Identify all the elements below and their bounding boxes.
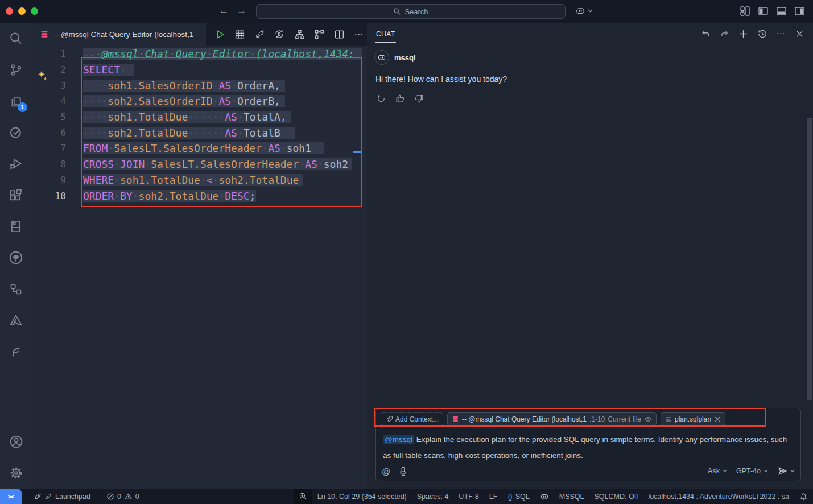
- window-controls: [6, 7, 38, 15]
- context-file-range: :1-10: [589, 415, 605, 423]
- code-lines: 1--·@mssql·Chat·Query·Editor·(localhost,…: [32, 46, 362, 204]
- sidebar-item-settings[interactable]: [0, 457, 32, 489]
- tab-chat[interactable]: CHAT: [375, 25, 396, 43]
- problems-button[interactable]: 0 0: [101, 489, 145, 504]
- sidebar-item-explorer[interactable]: 1: [0, 85, 32, 117]
- add-context-label: Add Context...: [395, 415, 439, 423]
- eye-icon[interactable]: [644, 415, 652, 423]
- command-center-search[interactable]: Search: [256, 4, 566, 19]
- thumbs-down-button[interactable]: [413, 93, 424, 104]
- add-context-button[interactable]: Add Context...: [381, 412, 443, 425]
- code-text: SELECT·: [83, 64, 134, 76]
- toggle-panel-icon[interactable]: [776, 6, 787, 16]
- sidebar-item-extensions[interactable]: [0, 179, 32, 210]
- chat-more-button[interactable]: ⋯: [775, 28, 786, 39]
- sidebar-item-azure[interactable]: [0, 304, 32, 336]
- error-count: 0: [117, 493, 121, 501]
- line-number: 1: [32, 48, 66, 59]
- mode-label: Ask: [708, 467, 720, 475]
- thumbs-up-button[interactable]: [394, 93, 406, 104]
- warning-count: 0: [135, 493, 139, 501]
- customize-layout-icon[interactable]: [740, 6, 750, 16]
- estimated-plan-button[interactable]: [291, 26, 307, 42]
- gear-icon: [9, 465, 24, 481]
- context-plan-pill[interactable]: plan.sqlplan: [661, 412, 725, 425]
- zoom-in-icon: [299, 492, 307, 501]
- thumbs-up-icon: [395, 94, 405, 104]
- copilot-avatar: [374, 50, 389, 65]
- disconnect-button[interactable]: [251, 26, 267, 42]
- mssql-status[interactable]: MSSQL: [554, 489, 589, 504]
- mode-dropdown[interactable]: Ask: [708, 467, 727, 475]
- cursor-position[interactable]: Ln 10, Col 29 (354 selected): [312, 489, 412, 504]
- sidebar-item-notebook[interactable]: [0, 210, 32, 242]
- sidebar-item-search[interactable]: [0, 23, 32, 54]
- toggle-sidebar-icon[interactable]: [758, 6, 769, 16]
- list-file-icon: [665, 416, 672, 423]
- eol-sequence[interactable]: LF: [484, 489, 503, 504]
- code-line: 4····soh2.SalesOrderID·AS·OrderB,: [32, 93, 362, 109]
- send-button[interactable]: [777, 466, 795, 476]
- line-number: 8: [32, 159, 66, 170]
- microphone-icon[interactable]: [399, 466, 407, 476]
- sqlcmd-toggle-button[interactable]: [311, 26, 327, 42]
- remote-indicator[interactable]: ><: [0, 489, 22, 504]
- code-text: ····soh2.SalesOrderID·AS·OrderB,: [83, 95, 285, 107]
- search-icon: [9, 31, 23, 46]
- context-file-pill[interactable]: -- @mssql Chat Query Editor (localhost,1…: [447, 412, 657, 425]
- connection-status[interactable]: localhost,1434 : AdventureWorksLT2022 : …: [643, 489, 794, 504]
- sidebar-item-fabric[interactable]: [0, 336, 32, 367]
- code-editor[interactable]: 1--·@mssql·Chat·Query·Editor·(localhost,…: [32, 46, 362, 489]
- sidebar-item-task-check[interactable]: [0, 117, 32, 148]
- sidebar-item-source-control[interactable]: [0, 54, 32, 85]
- copilot-status[interactable]: [535, 489, 554, 504]
- redo-arrow-button[interactable]: [719, 28, 730, 39]
- sidebar-item-containers[interactable]: [0, 273, 32, 304]
- copilot-sparkle-icon[interactable]: [36, 70, 49, 82]
- change-connection-button[interactable]: [271, 26, 287, 42]
- chat-scrollbar[interactable]: [807, 118, 812, 400]
- maximize-window-button[interactable]: [31, 7, 38, 15]
- split-editor-button[interactable]: [331, 26, 347, 42]
- sidebar-item-account[interactable]: [0, 426, 32, 457]
- zoom-indicator[interactable]: [294, 489, 312, 504]
- chat-history-button[interactable]: [756, 28, 767, 39]
- regenerate-button[interactable]: [375, 93, 387, 104]
- remove-context-icon[interactable]: [714, 416, 721, 423]
- mention-button[interactable]: @: [382, 466, 390, 476]
- sqlcmd-status[interactable]: SQLCMD: Off: [589, 489, 643, 504]
- encoding[interactable]: UTF-8: [453, 489, 484, 504]
- copilot-menu-button[interactable]: [575, 6, 593, 16]
- error-icon: [106, 493, 114, 501]
- sidebar-item-run-debug[interactable]: [0, 148, 32, 179]
- paperclip-icon: [385, 415, 393, 423]
- chat-close-button[interactable]: [794, 28, 805, 39]
- results-grid-button[interactable]: [232, 26, 247, 42]
- undo-chat-button[interactable]: [700, 28, 711, 39]
- chat-prompt-input[interactable]: @mssql Explain the execution plan for th…: [376, 425, 800, 464]
- line-number: 9: [32, 175, 66, 185]
- run-query-button[interactable]: [212, 26, 228, 42]
- model-dropdown[interactable]: GPT-4o: [736, 467, 768, 475]
- more-actions-button[interactable]: ⋯: [351, 26, 367, 42]
- new-chat-button[interactable]: [737, 28, 749, 39]
- toggle-secondary-sidebar-icon[interactable]: [794, 6, 805, 16]
- chat-input-box[interactable]: Add Context... -- @mssql Chat Query Edit…: [375, 408, 801, 481]
- navigate-back-button[interactable]: ←: [219, 5, 229, 16]
- code-text: FROM·SalesLT.SalesOrderHeader·AS·soh1: [83, 142, 324, 154]
- context-plan-label: plan.sqlplan: [675, 415, 711, 423]
- indentation[interactable]: Spaces: 4: [412, 489, 454, 504]
- sidebar-item-github[interactable]: [0, 242, 32, 273]
- line-number: 6: [32, 127, 66, 138]
- chat-message: mssql Hi there! How can I assist you tod…: [374, 50, 799, 104]
- editor-tab[interactable]: -- @mssql Chat Query Editor (localhost,1: [32, 23, 206, 46]
- launchpad-button[interactable]: Launchpad: [28, 489, 96, 504]
- minimize-window-button[interactable]: [18, 7, 26, 15]
- navigate-forward-button[interactable]: →: [237, 5, 246, 16]
- close-window-button[interactable]: [6, 7, 13, 15]
- extensions-icon: [9, 188, 23, 203]
- notifications-button[interactable]: [794, 489, 813, 504]
- language-mode[interactable]: {}SQL: [502, 489, 534, 504]
- database-icon: [40, 30, 49, 39]
- play-icon: [214, 29, 225, 40]
